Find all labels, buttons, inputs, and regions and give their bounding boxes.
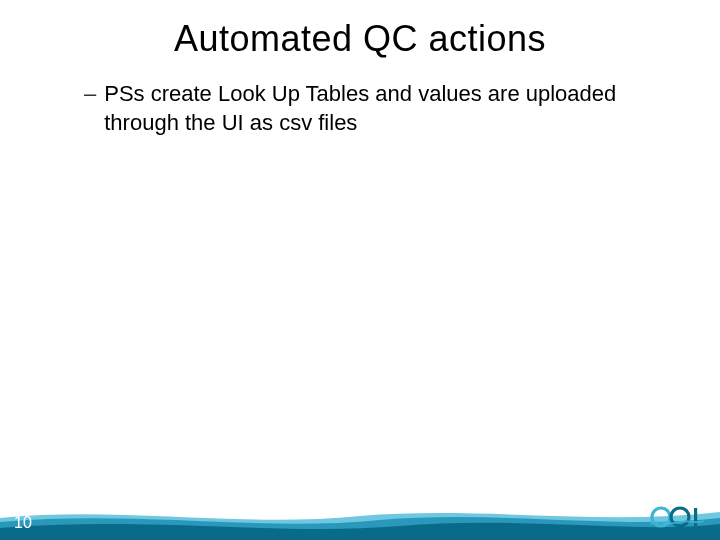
svg-rect-2 (694, 508, 697, 526)
bullet-text: PSs create Look Up Tables and values are… (104, 80, 660, 137)
bullet-item: – PSs create Look Up Tables and values a… (84, 80, 660, 137)
slide-container: Automated QC actions – PSs create Look U… (0, 0, 720, 540)
bullet-dash: – (84, 80, 96, 109)
wave-background (0, 500, 720, 540)
slide-footer: 10 (0, 500, 720, 540)
slide-title: Automated QC actions (0, 0, 720, 60)
slide-body: – PSs create Look Up Tables and values a… (0, 60, 720, 137)
page-number: 10 (14, 514, 32, 532)
ooi-logo-icon (650, 504, 704, 534)
